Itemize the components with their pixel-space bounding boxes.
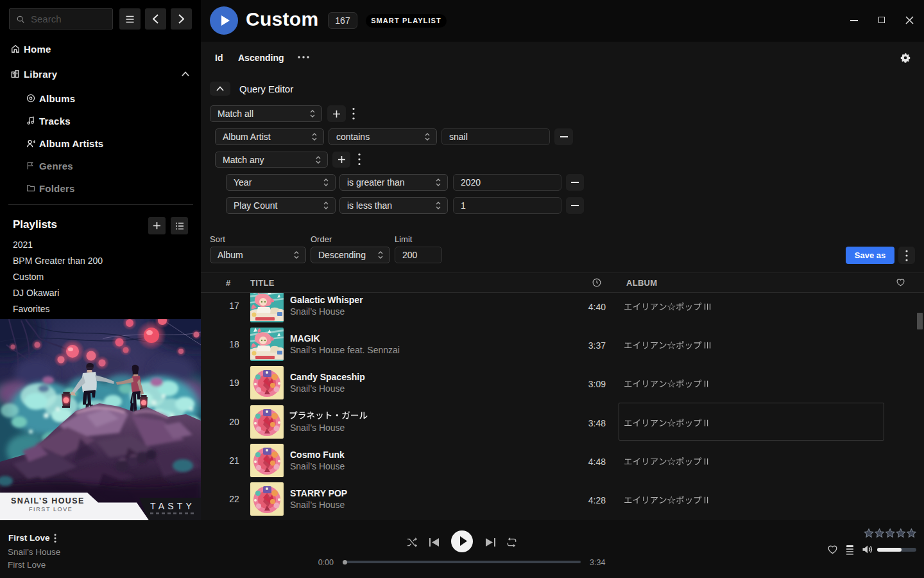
svg-text:TASTY: TASTY xyxy=(150,501,195,511)
svg-text:FIRST LOVE: FIRST LOVE xyxy=(29,506,73,512)
svg-text:SNAIL’S HOUSE: SNAIL’S HOUSE xyxy=(11,496,85,505)
